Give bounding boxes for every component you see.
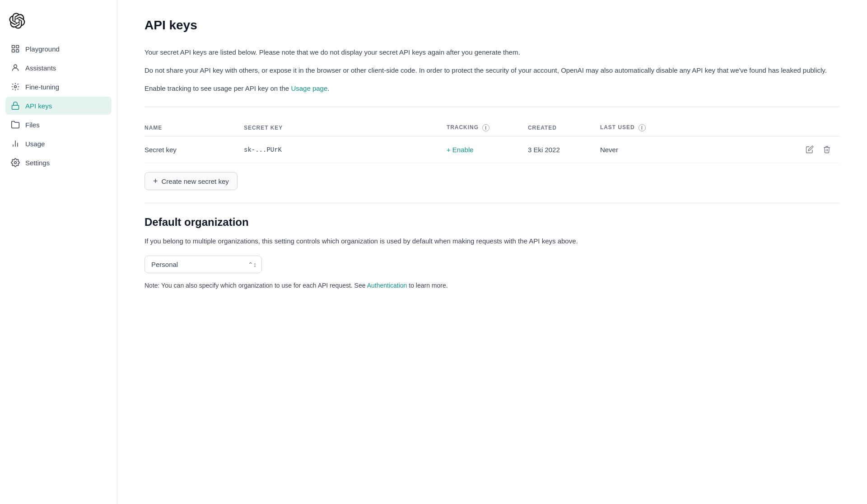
api-keys-table: NAME SECRET KEY TRACKING i CREATED LAST … <box>144 120 840 163</box>
col-header-actions <box>681 120 840 136</box>
enable-tracking-button[interactable]: + Enable <box>447 146 474 154</box>
org-select[interactable]: Personal <box>144 256 262 273</box>
svg-point-4 <box>14 65 17 68</box>
svg-rect-0 <box>12 46 15 48</box>
col-header-name: NAME <box>144 120 244 136</box>
table-row: Secret key sk-...PUrK + Enable 3 Eki 202… <box>144 136 840 163</box>
key-value-cell: sk-...PUrK <box>244 136 447 163</box>
sidebar-item-assistants-label: Assistants <box>25 64 56 72</box>
settings-icon <box>11 158 20 167</box>
description-text-2: Do not share your API key with others, o… <box>144 65 840 76</box>
description-text-3: Enable tracking to see usage per API key… <box>144 83 840 94</box>
sidebar-navigation: Playground Assistants Fine-tuning <box>0 40 117 172</box>
key-tracking-cell: + Enable <box>447 136 528 163</box>
usage-icon <box>11 139 20 148</box>
create-btn-label: Create new secret key <box>162 177 229 185</box>
svg-point-10 <box>14 162 17 164</box>
table-header-row: NAME SECRET KEY TRACKING i CREATED LAST … <box>144 120 840 136</box>
col-header-secret-key: SECRET KEY <box>244 120 447 136</box>
create-secret-key-button[interactable]: + Create new secret key <box>144 172 238 190</box>
col-header-created: CREATED <box>528 120 600 136</box>
trash-icon <box>823 145 831 154</box>
edit-key-button[interactable] <box>804 144 816 155</box>
note-prefix: Note: You can also specify which organiz… <box>144 282 367 289</box>
usage-page-link[interactable]: Usage page <box>291 84 327 92</box>
sidebar-item-assistants[interactable]: Assistants <box>5 59 112 77</box>
default-org-description: If you belong to multiple organizations,… <box>144 236 840 247</box>
sidebar-item-settings-label: Settings <box>25 159 50 167</box>
delete-key-button[interactable] <box>821 144 833 155</box>
svg-rect-6 <box>12 105 19 109</box>
description-block-1: Your secret API keys are listed below. P… <box>144 47 840 94</box>
note-suffix: to learn more. <box>407 282 447 289</box>
api-keys-icon <box>11 101 20 110</box>
sidebar-item-fine-tuning-label: Fine-tuning <box>25 83 59 91</box>
table-actions <box>681 144 833 155</box>
default-org-section: Default organization If you belong to mu… <box>144 216 840 290</box>
openai-logo-icon <box>9 13 25 29</box>
fine-tuning-icon <box>11 82 20 91</box>
section-divider-2 <box>144 203 840 203</box>
app-logo <box>0 7 117 40</box>
sidebar-item-files[interactable]: Files <box>5 116 112 134</box>
default-org-title: Default organization <box>144 216 840 229</box>
sidebar-item-usage[interactable]: Usage <box>5 135 112 153</box>
key-last-used-cell: Never <box>600 136 681 163</box>
col-header-tracking: TRACKING i <box>447 120 528 136</box>
sidebar-item-api-keys[interactable]: API keys <box>5 97 112 115</box>
org-select-wrapper: Personal ⌃↕ <box>144 256 262 273</box>
key-created-cell: 3 Eki 2022 <box>528 136 600 163</box>
sidebar-item-fine-tuning[interactable]: Fine-tuning <box>5 78 112 96</box>
sidebar-item-settings[interactable]: Settings <box>5 154 112 172</box>
description-text-1: Your secret API keys are listed below. P… <box>144 47 840 58</box>
svg-rect-1 <box>16 46 19 48</box>
table-body: Secret key sk-...PUrK + Enable 3 Eki 202… <box>144 136 840 163</box>
sidebar-item-playground-label: Playground <box>25 45 60 53</box>
section-divider <box>144 107 840 107</box>
svg-rect-2 <box>12 50 15 52</box>
secret-key-value: sk-...PUrK <box>244 146 282 154</box>
key-actions-cell <box>681 136 840 163</box>
svg-point-5 <box>14 86 17 88</box>
assistants-icon <box>11 63 20 72</box>
table-header: NAME SECRET KEY TRACKING i CREATED LAST … <box>144 120 840 136</box>
description-3-prefix: Enable tracking to see usage per API key… <box>144 84 291 92</box>
playground-icon <box>11 44 20 53</box>
sidebar-item-files-label: Files <box>25 121 40 129</box>
tracking-info-icon[interactable]: i <box>482 124 489 131</box>
sidebar-item-usage-label: Usage <box>25 140 45 148</box>
sidebar-item-api-keys-label: API keys <box>25 102 52 110</box>
description-3-suffix: . <box>327 84 329 92</box>
plus-icon: + <box>153 177 158 185</box>
svg-rect-3 <box>16 50 19 52</box>
edit-icon <box>806 145 814 154</box>
authentication-link[interactable]: Authentication <box>367 282 407 289</box>
page-title: API keys <box>144 18 840 33</box>
main-content: API keys Your secret API keys are listed… <box>117 0 867 504</box>
org-note-text: Note: You can also specify which organiz… <box>144 280 840 290</box>
key-name-cell: Secret key <box>144 136 244 163</box>
last-used-info-icon[interactable]: i <box>639 124 646 131</box>
sidebar-item-playground[interactable]: Playground <box>5 40 112 58</box>
col-header-last-used: LAST USED i <box>600 120 681 136</box>
files-icon <box>11 120 20 129</box>
sidebar: Playground Assistants Fine-tuning <box>0 0 117 504</box>
